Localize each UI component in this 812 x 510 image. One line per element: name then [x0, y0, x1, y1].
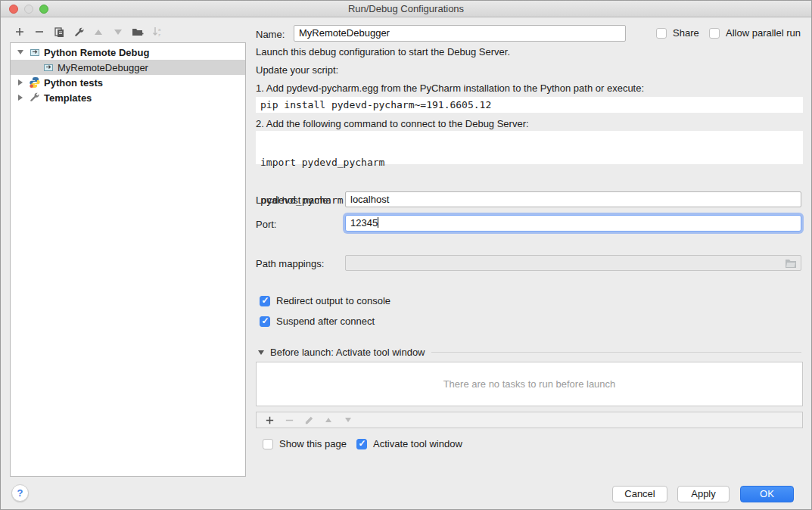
- sort-alphabetically-icon: az: [152, 26, 163, 37]
- edit-task-button: [299, 412, 319, 428]
- move-up-icon: [95, 30, 102, 35]
- before-launch-header[interactable]: Before launch: Activate tool window: [258, 347, 801, 358]
- new-folder-button[interactable]: [128, 23, 148, 40]
- wrench-icon: [29, 92, 41, 104]
- activate-tool-window-checkbox[interactable]: [356, 439, 367, 449]
- remote-debug-icon: [42, 61, 54, 73]
- share-checkbox-row: Share: [656, 27, 699, 39]
- chevron-right-icon[interactable]: [17, 79, 24, 86]
- tree-item-label: Templates: [44, 92, 92, 104]
- redirect-output-row: Redirect output to console: [260, 295, 390, 306]
- wrench-icon: [73, 26, 85, 38]
- share-checkbox[interactable]: [656, 28, 667, 39]
- svg-text:a: a: [158, 27, 161, 32]
- settrace-code-line-1: import pydevd_pycharm: [260, 155, 803, 170]
- suspend-after-checkbox[interactable]: [260, 316, 270, 327]
- remove-icon: [285, 415, 294, 425]
- name-label: Name:: [256, 29, 285, 40]
- tree-item-label: MyRemoteDebugger: [58, 62, 148, 73]
- move-down-button: [108, 23, 128, 40]
- configurations-tree: Python Remote Debug MyRemoteDebugger Pyt…: [10, 42, 246, 477]
- redirect-output-checkbox[interactable]: [260, 296, 270, 306]
- python-icon: [29, 76, 41, 89]
- empty-tasks-message: There are no tasks to run before launch: [443, 378, 616, 390]
- instruction-line-1: Launch this debug configuration to start…: [256, 46, 510, 58]
- copy-icon: [54, 26, 65, 38]
- share-label: Share: [673, 27, 699, 39]
- text-caret: [378, 217, 378, 228]
- tree-item-label: Python tests: [44, 77, 103, 89]
- remove-configuration-button[interactable]: [30, 23, 49, 40]
- suspend-after-row: Suspend after connect: [260, 316, 375, 327]
- chevron-down-icon[interactable]: [17, 50, 24, 54]
- edit-pencil-icon: [304, 415, 314, 425]
- tree-item-myremotedebugger[interactable]: MyRemoteDebugger: [11, 60, 245, 75]
- show-this-page-row: Show this page: [263, 438, 347, 449]
- activate-tool-window-label: Activate tool window: [373, 438, 462, 449]
- show-this-page-checkbox[interactable]: [263, 439, 273, 449]
- sort-configurations-button: az: [148, 23, 167, 40]
- port-value: 12345: [350, 217, 378, 229]
- remove-icon: [34, 26, 45, 37]
- redirect-output-label: Redirect output to console: [276, 295, 390, 306]
- local-host-name-input[interactable]: localhost: [345, 191, 801, 207]
- chevron-down-icon[interactable]: [258, 350, 264, 355]
- allow-parallel-run-label: Allow parallel run: [726, 27, 801, 39]
- add-configuration-button[interactable]: [10, 23, 30, 40]
- chevron-right-icon[interactable]: [17, 95, 24, 101]
- edit-defaults-button[interactable]: [69, 23, 89, 40]
- copy-configuration-button[interactable]: [49, 23, 69, 40]
- cancel-button[interactable]: Cancel: [612, 486, 667, 502]
- tree-item-python-remote-debug[interactable]: Python Remote Debug: [11, 45, 245, 60]
- pip-install-code: pip install pydevd-pycharm~=191.6605.12: [256, 97, 803, 113]
- add-icon: [265, 415, 275, 425]
- suspend-after-label: Suspend after connect: [276, 316, 375, 327]
- tree-item-templates[interactable]: Templates: [11, 90, 245, 105]
- move-up-icon: [325, 418, 331, 422]
- allow-parallel-checkbox-row: Allow parallel run: [709, 27, 801, 39]
- path-mappings-input: [345, 255, 801, 271]
- ok-button[interactable]: OK: [740, 486, 794, 502]
- before-launch-task-list[interactable]: There are no tasks to run before launch: [256, 362, 803, 406]
- section-divider: [431, 352, 801, 353]
- move-down-icon: [114, 30, 122, 35]
- before-launch-toolbar: [256, 412, 803, 428]
- remote-debug-icon: [29, 46, 41, 58]
- add-task-button[interactable]: [260, 412, 279, 428]
- move-up-button: [89, 23, 108, 40]
- add-icon: [14, 26, 25, 37]
- tree-item-label: Python Remote Debug: [44, 47, 149, 58]
- instruction-step-2: 2. Add the following command to connect …: [256, 118, 529, 129]
- move-down-icon: [345, 418, 351, 422]
- allow-parallel-run-checkbox[interactable]: [709, 28, 720, 39]
- port-label: Port:: [256, 219, 276, 230]
- settrace-code-block: import pydevd_pycharm pydevd_pycharm.set…: [256, 131, 803, 164]
- move-task-down-button: [338, 412, 358, 428]
- apply-button[interactable]: Apply: [677, 486, 730, 502]
- move-task-up-button: [319, 412, 338, 428]
- show-this-page-label: Show this page: [279, 438, 347, 449]
- port-input[interactable]: 12345: [345, 215, 801, 232]
- remove-task-button: [279, 412, 299, 428]
- svg-text:z: z: [158, 33, 160, 37]
- path-mappings-label: Path mappings:: [256, 258, 324, 269]
- tree-item-python-tests[interactable]: Python tests: [11, 75, 245, 90]
- before-launch-title: Before launch: Activate tool window: [270, 347, 425, 358]
- browse-folder-icon[interactable]: [785, 258, 797, 269]
- configuration-form: Name: MyRemoteDebugger Share Allow paral…: [256, 1, 803, 510]
- name-input[interactable]: MyRemoteDebugger: [294, 25, 626, 42]
- configurations-toolbar: az: [10, 23, 167, 40]
- instruction-step-1: 1. Add pydevd-pycharm.egg from the PyCha…: [256, 82, 644, 94]
- run-debug-configurations-dialog: Run/Debug Configurations az: [0, 0, 812, 510]
- new-folder-icon: [132, 26, 144, 37]
- local-host-name-label: Local host name:: [256, 194, 331, 206]
- help-button[interactable]: ?: [11, 484, 29, 502]
- instruction-line-2: Update your script:: [256, 64, 338, 76]
- activate-tool-window-row: Activate tool window: [356, 438, 462, 449]
